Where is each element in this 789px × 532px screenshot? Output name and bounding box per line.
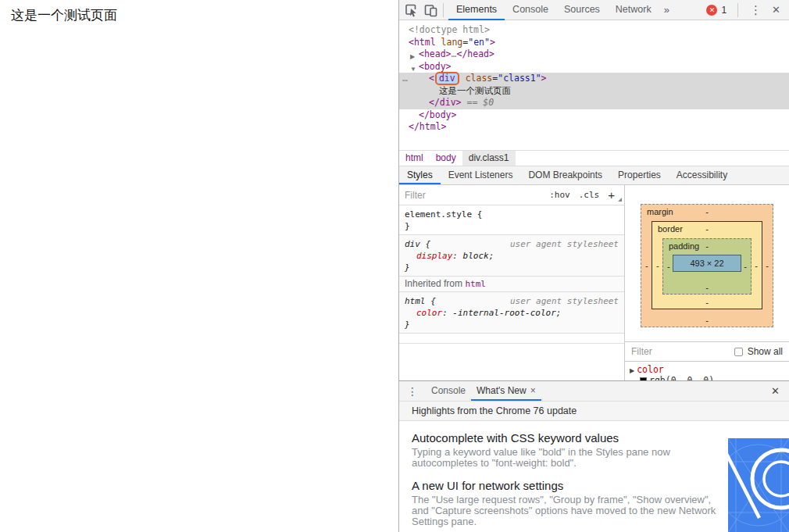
drawer-tab-whats-new[interactable]: What's New×: [471, 381, 541, 401]
rule-div[interactable]: user agent stylesheetdiv { display: bloc…: [399, 235, 624, 277]
breadcrumb: html body div.class1: [399, 150, 789, 166]
padding-label: padding: [669, 241, 699, 251]
dom-tree-row[interactable]: …<div class="class1">: [399, 73, 789, 85]
margin-left-value[interactable]: -: [645, 261, 648, 270]
border-top-value[interactable]: -: [705, 224, 709, 234]
tab-dom-breakpoints[interactable]: DOM Breakpoints: [520, 166, 610, 184]
new-style-rule-button[interactable]: +: [608, 188, 615, 202]
tab-event-listeners[interactable]: Event Listeners: [441, 166, 521, 184]
styles-filter-input[interactable]: Filter: [399, 190, 549, 201]
drawer: ⋮ Console What's New× ✕ Highlights from …: [399, 380, 789, 532]
toggle-hover-button[interactable]: :hov: [549, 190, 570, 200]
css-property-name[interactable]: display: [416, 251, 452, 261]
box-model-content[interactable]: 493 × 22: [673, 255, 741, 272]
content-size: 493 × 22: [690, 259, 723, 268]
dom-tree-row[interactable]: ▼<body>: [399, 61, 789, 73]
margin-bottom-value[interactable]: -: [705, 316, 709, 325]
css-property-name[interactable]: color: [416, 308, 442, 318]
error-count[interactable]: 1: [721, 5, 727, 16]
tab-network[interactable]: Network: [608, 0, 659, 20]
devtools-menu-icon[interactable]: ⋮: [743, 3, 769, 17]
tab-elements[interactable]: Elements: [448, 0, 505, 20]
drawer-menu-icon[interactable]: ⋮: [399, 385, 426, 398]
computed-property-name: color: [637, 364, 664, 375]
devtools-close-icon[interactable]: ✕: [769, 4, 789, 16]
error-badge-icon[interactable]: ✕: [706, 5, 717, 16]
css-property-value[interactable]: : -internal-root-color;: [442, 308, 561, 318]
tab-close-icon[interactable]: ×: [530, 385, 536, 396]
padding-right-value[interactable]: -: [744, 262, 747, 271]
rule-html[interactable]: user agent stylesheethtml { color: -inte…: [399, 292, 624, 334]
drawer-tab-console[interactable]: Console: [426, 381, 471, 401]
tab-accessibility[interactable]: Accessibility: [669, 166, 735, 184]
tab-styles[interactable]: Styles: [399, 166, 441, 184]
section-divider: [399, 334, 624, 344]
whats-new-info-bar: Highlights from the Chrome 76 update: [399, 401, 789, 421]
border-right-value[interactable]: -: [755, 261, 758, 270]
dom-tree-row[interactable]: ▶<head>…</head>: [399, 48, 789, 61]
show-all-checkbox[interactable]: [734, 348, 743, 356]
rule-element-style[interactable]: element.style { }: [399, 205, 624, 235]
computed-properties-list: ▶color rgb(0, 0, 0): [625, 361, 789, 380]
tab-sources[interactable]: Sources: [556, 0, 608, 20]
devtools-panel: Elements Console Sources Network » ✕ 1 ⋮…: [398, 0, 789, 532]
dom-tree-row[interactable]: <!doctype html>: [399, 24, 789, 37]
devtools-toolbar: Elements Console Sources Network » ✕ 1 ⋮…: [399, 0, 789, 20]
breadcrumb-html[interactable]: html: [399, 151, 430, 166]
stylesheet-origin: user agent stylesheet: [510, 238, 619, 250]
screen: 这是一个测试页面 Elements Console Sources Networ…: [0, 0, 789, 532]
inherited-label: Inherited from: [405, 278, 462, 289]
color-swatch[interactable]: [640, 377, 647, 380]
brace: {: [430, 296, 436, 306]
code-token: </body>: [419, 109, 456, 120]
css-property-value[interactable]: : block;: [452, 251, 494, 261]
margin-right-value[interactable]: -: [766, 261, 769, 270]
code-token: <!doctype html>: [409, 24, 490, 35]
brace: }: [405, 320, 410, 330]
border-bottom-value[interactable]: -: [705, 298, 709, 307]
computed-pane: margin - - - - border - - - - padding -: [625, 185, 789, 380]
dom-tree-row[interactable]: <html lang="en">: [399, 37, 789, 49]
dom-tree-row[interactable]: </html>: [399, 121, 789, 134]
padding-left-value[interactable]: -: [667, 262, 670, 271]
drawer-close-icon[interactable]: ✕: [762, 385, 789, 397]
breadcrumb-body[interactable]: body: [430, 151, 462, 166]
disclosure-arrow[interactable]: ▶: [630, 367, 634, 374]
tab-properties[interactable]: Properties: [610, 166, 669, 184]
breadcrumb-div-class1[interactable]: div.class1: [462, 151, 516, 166]
whats-new-content: Autocomplete with CSS keyword valuesTypi…: [399, 421, 789, 532]
code-token: </div>: [429, 97, 462, 108]
code-token: <html: [409, 37, 436, 48]
tab-console[interactable]: Console: [505, 0, 556, 20]
box-model-margin[interactable]: margin - - - - border - - - - padding -: [641, 204, 773, 327]
more-tabs-icon[interactable]: »: [659, 4, 674, 16]
brace: }: [405, 221, 410, 231]
computed-value-text: rgb(0, 0, 0): [649, 375, 714, 380]
computed-property-row[interactable]: ▶color: [630, 364, 784, 375]
padding-bottom-value[interactable]: -: [705, 283, 709, 292]
toggle-class-button[interactable]: .cls: [579, 190, 600, 200]
dom-tree-row[interactable]: </body>: [399, 109, 789, 122]
styles-filter-row: Filter :hov .cls +: [399, 185, 624, 205]
code-token: [460, 73, 466, 84]
box-model-border[interactable]: border - - - - padding - - - - 493 × 2: [652, 221, 762, 309]
inspected-page: 这是一个测试页面: [0, 0, 398, 532]
computed-filter-input[interactable]: Filter: [631, 346, 734, 357]
device-toolbar-icon[interactable]: [424, 3, 438, 17]
code-token: </head>: [456, 48, 494, 59]
dom-tree: <!doctype html><html lang="en">▶<head>…<…: [399, 20, 789, 150]
elements-sidebar-tabs: Styles Event Listeners DOM Breakpoints P…: [399, 166, 789, 185]
inherited-from-bar: Inherited from html: [399, 277, 624, 292]
margin-top-value[interactable]: -: [705, 207, 709, 216]
padding-top-value[interactable]: -: [705, 241, 709, 251]
inspect-element-icon[interactable]: [405, 3, 419, 17]
drawer-tabbar: ⋮ Console What's New× ✕: [399, 381, 789, 401]
new-rule-corner-icon: [618, 198, 622, 202]
dom-tree-row[interactable]: 这是一个测试页面: [399, 85, 789, 98]
border-left-value[interactable]: -: [656, 261, 659, 270]
dom-tree-row[interactable]: </div> == $0: [399, 97, 789, 109]
code-token: "class1": [498, 73, 541, 84]
inherited-target[interactable]: html: [465, 279, 486, 289]
box-model-padding[interactable]: padding - - - - 493 × 22: [662, 238, 752, 295]
margin-label: margin: [647, 207, 673, 216]
